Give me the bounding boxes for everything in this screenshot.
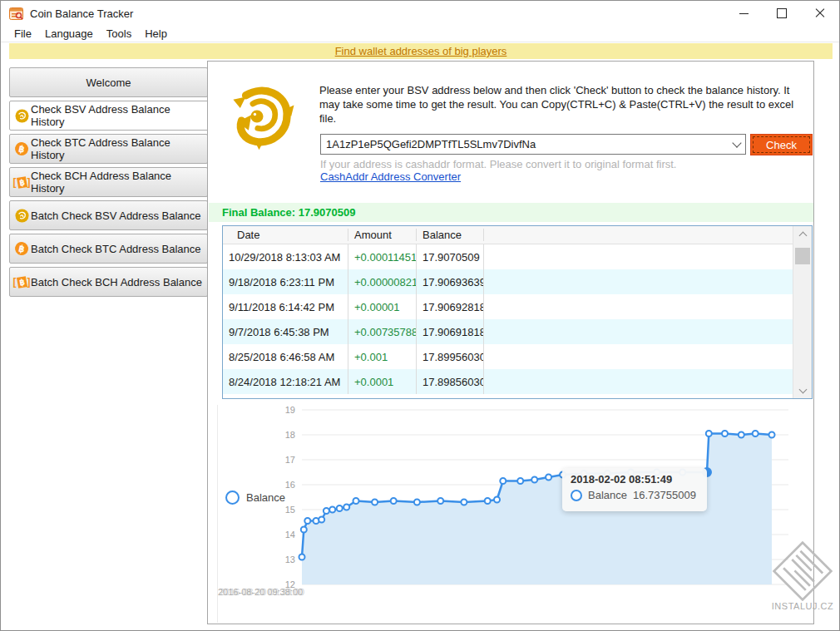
cashaddr-converter-link[interactable]: CashAddr Address Converter: [320, 170, 461, 183]
chart-legend[interactable]: Balance: [225, 491, 285, 505]
table-row[interactable]: 8/24/2018 12:18:21 AM +0.0001 17.8985603…: [223, 369, 794, 394]
cell-date: 8/25/2018 6:46:58 AM: [223, 344, 348, 369]
x-axis-label: 2016-08-20 09:38:00: [218, 587, 303, 597]
svg-text:18: 18: [285, 430, 295, 440]
bch-coin-icon: [฿]: [14, 175, 29, 190]
cell-balance: 17.90692818: [417, 294, 484, 319]
tab-label: Batch Check BTC Address Balance: [31, 243, 201, 255]
btc-coin-icon: ฿: [14, 242, 29, 256]
scroll-up-icon[interactable]: [793, 226, 812, 242]
bch-coin-icon: [฿]: [14, 275, 29, 289]
table-row[interactable]: 9/7/2018 6:45:38 PM +0.00735788 17.90691…: [223, 319, 794, 344]
svg-text:15: 15: [285, 505, 295, 515]
cell-amount: +0.00735788: [348, 319, 417, 344]
main-panel: Please enter your BSV address below and …: [207, 61, 814, 624]
cell-amount: +0.00011451: [348, 244, 417, 269]
sidebar: Welcome Check BSV Address Balance Histor…: [9, 67, 208, 300]
scrollbar-thumb[interactable]: [795, 248, 810, 264]
tab-welcome[interactable]: Welcome: [9, 67, 208, 97]
balance-chart-svg[interactable]: 1213141516171819: [218, 405, 815, 623]
cell-balance: 17.89856030: [417, 369, 484, 394]
big-players-link[interactable]: Find wallet addresses of big players: [335, 45, 507, 57]
btc-coin-icon: ฿: [14, 142, 29, 156]
bsv-coin-icon: [14, 209, 29, 223]
minimize-button[interactable]: [724, 1, 763, 26]
maximize-icon: [777, 8, 787, 18]
watermark-text: INSTALUJ.CZ: [772, 601, 833, 611]
cell-date: 9/11/2018 6:14:42 PM: [223, 294, 348, 319]
legend-marker-icon: [225, 491, 240, 505]
cell-date: 9/18/2018 6:23:11 PM: [223, 269, 348, 294]
table-row[interactable]: 10/29/2018 8:13:03 AM +0.00011451 17.907…: [223, 244, 794, 269]
app-window: Coin Balance Tracker File Language Tools…: [0, 0, 840, 631]
table-row[interactable]: 9/11/2018 6:14:42 PM +0.00001 17.9069281…: [223, 294, 794, 319]
cell-amount: +0.001: [348, 344, 417, 369]
cell-amount: +0.00000821: [348, 269, 417, 294]
svg-text:17: 17: [285, 455, 295, 465]
tooltip-series: Balance: [588, 489, 627, 501]
chevron-down-icon: [732, 138, 741, 147]
table-row[interactable]: 8/25/2018 6:46:58 AM +0.001 17.89956030: [223, 344, 794, 369]
window-title: Coin Balance Tracker: [30, 7, 133, 20]
cell-balance: 17.9070509: [417, 244, 484, 269]
titlebar: Coin Balance Tracker: [1, 1, 839, 26]
bsv-coin-icon: [14, 109, 29, 123]
svg-text:13: 13: [285, 555, 295, 564]
tab-label: Check BCH Address Balance History: [31, 170, 203, 195]
menu-help[interactable]: Help: [138, 27, 174, 41]
tab-check-bsv-history[interactable]: Check BSV Address Balance History: [9, 101, 210, 131]
svg-text:16: 16: [285, 480, 295, 490]
address-value: 1A1zP1eP5QGefi2DMPTfTL5SLmv7DivfNa: [326, 138, 734, 150]
close-icon: [815, 8, 825, 18]
tab-check-btc-history[interactable]: ฿ Check BTC Address Balance History: [9, 134, 208, 164]
tab-batch-bsv[interactable]: Batch Check BSV Address Balance: [9, 200, 208, 230]
watermark-logo-icon: [772, 541, 833, 601]
tab-label: Welcome: [86, 76, 131, 89]
final-balance-value: Final Balance: 17.9070509: [222, 206, 355, 219]
minimize-icon: [739, 13, 749, 14]
close-button[interactable]: [801, 1, 839, 26]
table-row[interactable]: 9/18/2018 6:23:11 PM +0.00000821 17.9069…: [223, 269, 794, 294]
watermark: INSTALUJ.CZ: [768, 541, 838, 611]
maximize-button[interactable]: [763, 1, 801, 26]
address-combobox[interactable]: 1A1zP1eP5QGefi2DMPTfTL5SLmv7DivfNa: [320, 134, 746, 155]
legend-label: Balance: [246, 491, 285, 504]
tab-label: Batch Check BCH Address Balance: [31, 276, 202, 288]
cell-amount: +0.00001: [348, 294, 417, 319]
tab-batch-bch[interactable]: [฿] Batch Check BCH Address Balance: [9, 267, 208, 297]
tab-label: Check BSV Address Balance History: [31, 103, 205, 128]
tab-label: Batch Check BSV Address Balance: [31, 210, 201, 222]
table-scrollbar[interactable]: [793, 226, 812, 398]
promo-banner: Find wallet addresses of big players: [9, 43, 833, 59]
svg-text:14: 14: [285, 530, 295, 540]
tab-batch-btc[interactable]: ฿ Batch Check BTC Address Balance: [9, 234, 208, 264]
cell-balance: 17.90691818: [417, 319, 484, 344]
balance-history-table: Date Amount Balance 10/29/2018 8:13:03 A…: [222, 225, 813, 399]
cell-date: 10/29/2018 8:13:03 AM: [223, 244, 348, 269]
cell-balance: 17.90693639: [417, 269, 484, 294]
instructions-text: Please enter your BSV address below and …: [319, 83, 812, 126]
menu-file[interactable]: File: [7, 27, 38, 41]
menu-language[interactable]: Language: [38, 27, 100, 41]
svg-text:19: 19: [285, 405, 295, 415]
menu-tools[interactable]: Tools: [100, 27, 138, 41]
balance-chart: 1213141516171819 Balance 2018-02-02 08:5…: [217, 405, 815, 623]
check-button[interactable]: Check: [750, 134, 813, 155]
cashaddr-note: If your address is cashaddr format. Plea…: [320, 158, 676, 170]
cell-date: 9/7/2018 6:45:38 PM: [223, 319, 348, 344]
tab-label: Check BTC Address Balance History: [31, 136, 203, 161]
final-balance-bar: Final Balance: 17.9070509: [209, 203, 813, 222]
app-icon: [9, 7, 23, 20]
cell-balance: 17.89956030: [417, 344, 484, 369]
menubar: File Language Tools Help: [1, 26, 839, 42]
scroll-down-icon[interactable]: [793, 382, 812, 398]
tab-check-bch-history[interactable]: [฿] Check BCH Address Balance History: [9, 167, 208, 197]
tooltip-value: 16.73755009: [633, 489, 696, 501]
cell-date: 8/24/2018 12:18:21 AM: [223, 369, 348, 394]
col-date[interactable]: Date: [223, 229, 348, 241]
tooltip-marker-icon: [571, 490, 582, 501]
dragon-logo-icon: [226, 81, 296, 151]
col-balance[interactable]: Balance: [417, 229, 484, 241]
col-amount[interactable]: Amount: [348, 229, 417, 241]
tooltip-date: 2018-02-02 08:51:49: [571, 473, 699, 486]
